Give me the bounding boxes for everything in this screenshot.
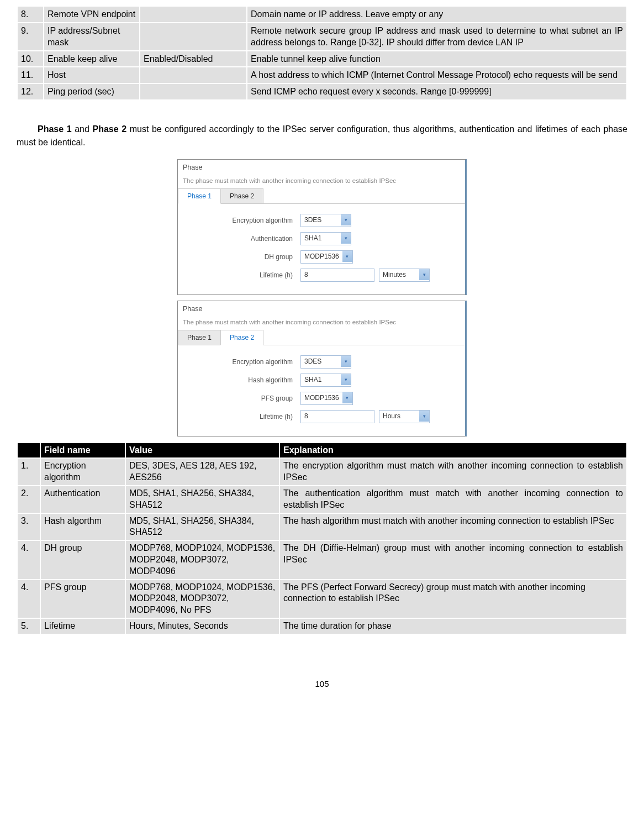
phase-fields-table: Field name Value Explanation 1.Encryptio…	[17, 442, 627, 635]
table-row: 9.IP address/Subnet maskRemote network s…	[17, 23, 627, 51]
phase2-panel: Phase The phase must match with another …	[177, 301, 467, 436]
tab-phase1[interactable]: Phase 1	[178, 188, 221, 204]
input-lifetime[interactable]: 8	[300, 410, 374, 423]
select-auth[interactable]: SHA1▾	[300, 232, 351, 245]
table-row: 4.PFS groupMODP768, MODP1024, MODP1536, …	[17, 580, 627, 618]
label-lifetime: Lifetime (h)	[188, 413, 300, 420]
phase-tabs: Phase 1 Phase 2	[178, 188, 465, 204]
chevron-down-icon: ▾	[419, 411, 429, 422]
chevron-down-icon: ▾	[342, 392, 352, 403]
select-enc-alg[interactable]: 3DES▾	[300, 355, 351, 369]
table-row: 2.AuthenticationMD5, SHA1, SHA256, SHA38…	[17, 486, 627, 513]
label-lifetime: Lifetime (h)	[188, 271, 300, 279]
phase-tabs: Phase 1 Phase 2	[178, 330, 465, 345]
table-row: 11.HostA host address to which ICMP (Int…	[17, 67, 627, 83]
phase1-panel: Phase The phase must match with another …	[177, 159, 467, 295]
chevron-down-icon: ▾	[341, 374, 351, 385]
select-hash-alg[interactable]: SHA1▾	[300, 374, 351, 387]
label-pfs-group: PFS group	[188, 395, 300, 402]
table-row: 8.Remote VPN endpointDomain name or IP a…	[17, 6, 627, 23]
select-dh-group[interactable]: MODP1536▾	[300, 250, 353, 264]
select-pfs-group[interactable]: MODP1536▾	[300, 392, 353, 405]
panel-title: Phase	[178, 160, 465, 175]
select-lifetime-unit[interactable]: Minutes▾	[379, 269, 430, 282]
tab-phase1[interactable]: Phase 1	[178, 330, 221, 345]
chevron-down-icon: ▾	[419, 269, 429, 280]
vpn-params-table: 8.Remote VPN endpointDomain name or IP a…	[17, 6, 627, 101]
panel-title: Phase	[178, 301, 465, 317]
chevron-down-icon: ▾	[341, 356, 351, 367]
label-auth: Authentication	[188, 235, 300, 243]
table-row: 5.LifetimeHours, Minutes, SecondsThe tim…	[17, 618, 627, 634]
col-value: Value	[125, 443, 279, 459]
phase2-bold: Phase 2	[92, 124, 126, 134]
col-field: Field name	[40, 443, 125, 459]
table-row: 3.Hash algorthmMD5, SHA1, SHA256, SHA384…	[17, 513, 627, 541]
col-num	[17, 443, 40, 459]
input-lifetime[interactable]: 8	[300, 269, 374, 282]
label-enc-alg: Encryption algorithm	[188, 358, 300, 366]
phase1-bold: Phase 1	[38, 124, 72, 134]
table-row: 4.DH groupMODP768, MODP1024, MODP1536, M…	[17, 540, 627, 579]
panel-subtitle: The phase must match with another incomi…	[178, 175, 465, 188]
chevron-down-icon: ▾	[341, 214, 351, 225]
phase-paragraph: Phase 1 and Phase 2 must be configured a…	[17, 123, 627, 149]
chevron-down-icon: ▾	[341, 233, 351, 244]
table-row: 1.Encryption algorithmDES, 3DES, AES 128…	[17, 458, 627, 486]
label-dh-group: DH group	[188, 253, 300, 261]
chevron-down-icon: ▾	[342, 251, 352, 262]
panel-subtitle: The phase must match with another incomi…	[178, 317, 465, 330]
table-row: 10.Enable keep aliveEnabled/DisabledEnab…	[17, 51, 627, 67]
select-lifetime-unit[interactable]: Hours▾	[379, 410, 430, 423]
select-enc-alg[interactable]: 3DES▾	[300, 214, 351, 227]
label-hash-alg: Hash algorithm	[188, 376, 300, 384]
table-row: 12.Ping period (sec)Send ICMP echo reque…	[17, 83, 627, 100]
tab-phase2[interactable]: Phase 2	[220, 188, 263, 203]
tab-phase2[interactable]: Phase 2	[220, 330, 263, 345]
page-number: 105	[17, 679, 627, 688]
label-enc-alg: Encryption algorithm	[188, 217, 300, 224]
col-explanation: Explanation	[279, 443, 627, 459]
